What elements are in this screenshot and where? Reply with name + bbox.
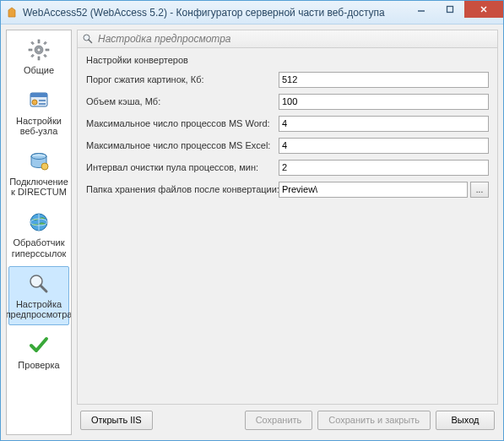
browse-button[interactable]: ... bbox=[470, 182, 489, 198]
svg-line-26 bbox=[41, 286, 46, 291]
sidebar-item-label: Обработчик гиперссылок bbox=[11, 237, 67, 258]
titlebar: WebAccess52 (WebAccess 5.2) - Конфигурат… bbox=[1, 1, 503, 24]
interval-input[interactable] bbox=[279, 160, 489, 176]
open-iis-button[interactable]: Открыть IIS bbox=[80, 411, 153, 430]
sidebar-item-preview[interactable]: Настройка предпросмотра bbox=[8, 266, 69, 325]
sidebar-item-general[interactable]: Общие bbox=[8, 32, 69, 81]
maximize-button[interactable] bbox=[436, 1, 464, 18]
save-close-button[interactable]: Сохранить и закрыть bbox=[317, 411, 431, 430]
field-label: Порог сжатия картинок, Кб: bbox=[86, 74, 274, 84]
field-word: Максимальное число процессов MS Word: bbox=[86, 114, 489, 133]
svg-rect-18 bbox=[39, 103, 46, 105]
svg-rect-10 bbox=[44, 54, 47, 57]
close-button[interactable] bbox=[464, 1, 503, 18]
excel-input[interactable] bbox=[279, 138, 489, 154]
svg-rect-15 bbox=[30, 93, 47, 97]
field-label: Объем кэша, Мб: bbox=[86, 96, 274, 106]
cache-input[interactable] bbox=[279, 94, 489, 110]
field-folder: Папка хранения файлов после конвертации:… bbox=[86, 180, 489, 199]
sidebar-item-directum[interactable]: Подключение к DIRECTUM bbox=[8, 144, 69, 203]
word-input[interactable] bbox=[279, 116, 489, 132]
sidebar: Общие Настройки веб-узла Подключение к D… bbox=[6, 30, 72, 435]
magnifier-icon bbox=[25, 270, 52, 297]
app-icon bbox=[6, 7, 18, 19]
check-icon bbox=[25, 331, 52, 358]
minimize-button[interactable] bbox=[407, 1, 436, 18]
svg-line-2 bbox=[481, 7, 486, 12]
sidebar-item-label: Подключение к DIRECTUM bbox=[9, 177, 68, 197]
folder-input[interactable] bbox=[279, 182, 468, 198]
exit-button[interactable]: Выход bbox=[436, 411, 495, 430]
field-label: Максимальное число процессов MS Excel: bbox=[86, 140, 274, 150]
web-settings-icon bbox=[25, 87, 52, 114]
window: WebAccess52 (WebAccess 5.2) - Конфигурат… bbox=[0, 0, 504, 441]
svg-point-13 bbox=[37, 48, 41, 52]
field-label: Интервал очистки пула процессов, мин: bbox=[86, 162, 274, 172]
svg-point-16 bbox=[32, 100, 37, 105]
window-controls bbox=[407, 1, 503, 24]
footer: Открыть IIS Сохранить Сохранить и закрыт… bbox=[77, 405, 498, 435]
svg-line-3 bbox=[481, 7, 486, 12]
sidebar-item-label: Настройки веб-узла bbox=[11, 116, 67, 136]
globe-icon bbox=[25, 209, 52, 236]
main-area: Настройка предпросмотра Настройки конвер… bbox=[77, 30, 498, 435]
svg-rect-5 bbox=[38, 40, 40, 43]
svg-rect-6 bbox=[38, 57, 40, 60]
field-threshold: Порог сжатия картинок, Кб: bbox=[86, 70, 489, 89]
svg-rect-11 bbox=[44, 41, 47, 45]
field-excel: Максимальное число процессов MS Excel: bbox=[86, 136, 489, 155]
svg-line-28 bbox=[89, 40, 92, 43]
svg-rect-9 bbox=[31, 41, 35, 45]
sidebar-item-label: Настройка предпросмотра bbox=[6, 299, 72, 319]
threshold-input[interactable] bbox=[279, 72, 489, 88]
field-cache: Объем кэша, Мб: bbox=[86, 92, 489, 111]
section-title: Настройка предпросмотра bbox=[98, 33, 231, 45]
sidebar-item-check[interactable]: Проверка bbox=[8, 327, 69, 376]
sidebar-item-hyperlinks[interactable]: Обработчик гиперссылок bbox=[8, 204, 69, 264]
gear-icon bbox=[25, 36, 52, 63]
database-icon bbox=[25, 148, 52, 175]
save-button[interactable]: Сохранить bbox=[245, 411, 313, 430]
svg-rect-1 bbox=[447, 7, 453, 13]
sidebar-item-label: Проверка bbox=[18, 360, 59, 370]
magnifier-icon bbox=[81, 32, 95, 46]
svg-rect-12 bbox=[31, 54, 35, 57]
field-label: Папка хранения файлов после конвертации: bbox=[86, 184, 274, 194]
field-interval: Интервал очистки пула процессов, мин: bbox=[86, 158, 489, 177]
svg-rect-7 bbox=[29, 49, 32, 51]
sidebar-item-label: Общие bbox=[24, 65, 54, 75]
window-title: WebAccess52 (WebAccess 5.2) - Конфигурат… bbox=[23, 7, 407, 19]
svg-point-21 bbox=[41, 163, 48, 170]
group-title: Настройки конвертеров bbox=[86, 55, 489, 65]
settings-panel: Настройки конвертеров Порог сжатия карти… bbox=[77, 48, 498, 405]
client-area: Общие Настройки веб-узла Подключение к D… bbox=[1, 24, 503, 440]
svg-rect-17 bbox=[39, 100, 46, 101]
sidebar-item-web-settings[interactable]: Настройки веб-узла bbox=[8, 83, 69, 142]
section-header: Настройка предпросмотра bbox=[77, 30, 498, 48]
svg-rect-8 bbox=[46, 49, 49, 51]
field-label: Максимальное число процессов MS Word: bbox=[86, 118, 274, 128]
